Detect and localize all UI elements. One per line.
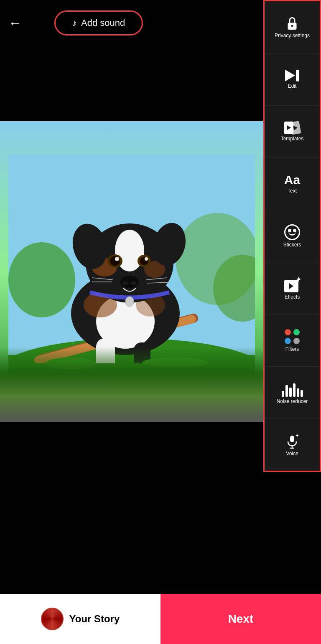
effects-icon: ✦ xyxy=(284,276,300,292)
right-sidebar: Privacy settings Edit Templates Aa Text xyxy=(263,0,321,472)
templates-label: Templates xyxy=(281,136,304,142)
effects-label: Effects xyxy=(285,294,300,300)
video-fade xyxy=(0,372,263,422)
text-icon: Aa xyxy=(284,174,300,186)
avatar xyxy=(41,608,64,630)
music-note-icon: ♪ xyxy=(72,18,77,28)
sidebar-item-templates[interactable]: Templates xyxy=(265,106,320,158)
svg-point-3 xyxy=(8,242,75,317)
sidebar-item-filters[interactable]: Filters xyxy=(265,314,320,367)
svg-point-28 xyxy=(145,257,148,261)
filters-icon xyxy=(284,329,300,345)
privacy-settings-label: Privacy settings xyxy=(275,33,310,38)
sidebar-item-text[interactable]: Aa Text xyxy=(265,158,320,210)
sidebar-item-effects[interactable]: ✦ Effects xyxy=(265,262,320,314)
edit-label: Edit xyxy=(288,83,297,89)
sidebar-item-voice[interactable]: ✦ Voice xyxy=(265,419,320,471)
svg-point-41 xyxy=(291,25,293,27)
video-area xyxy=(0,0,263,472)
stickers-label: Stickers xyxy=(283,242,301,248)
sidebar-item-privacy-settings[interactable]: Privacy settings xyxy=(265,1,320,53)
svg-point-36 xyxy=(125,297,134,307)
stickers-icon xyxy=(284,224,300,240)
svg-rect-44 xyxy=(290,436,294,442)
svg-point-31 xyxy=(131,281,137,285)
voice-icon: ✦ xyxy=(284,433,300,449)
templates-icon xyxy=(284,122,300,134)
svg-point-25 xyxy=(115,257,119,261)
avatar-image xyxy=(42,609,63,629)
svg-point-30 xyxy=(122,281,128,285)
filters-label: Filters xyxy=(285,346,299,352)
voice-label: Voice xyxy=(286,451,298,456)
edit-icon xyxy=(285,70,299,81)
bottom-buttons: Your Story Next xyxy=(0,594,321,644)
add-sound-button[interactable]: ♪ Add sound xyxy=(54,10,143,35)
your-story-label: Your Story xyxy=(69,613,120,625)
sidebar-item-stickers[interactable]: Stickers xyxy=(265,210,320,262)
sidebar-item-edit[interactable]: Edit xyxy=(265,53,320,106)
bottom-black-area xyxy=(0,472,321,601)
add-sound-label: Add sound xyxy=(81,18,125,28)
svg-text:✦: ✦ xyxy=(295,433,299,439)
video-content xyxy=(0,121,263,422)
text-label: Text xyxy=(288,188,297,194)
next-label: Next xyxy=(228,612,254,626)
next-button[interactable]: Next xyxy=(160,594,321,644)
sidebar-item-noise-reducer[interactable]: Noise reducer xyxy=(265,367,320,419)
your-story-button[interactable]: Your Story xyxy=(0,594,160,644)
back-button[interactable]: ← xyxy=(8,15,29,31)
noise-reducer-icon xyxy=(282,381,303,397)
noise-reducer-label: Noise reducer xyxy=(277,398,308,404)
lock-icon xyxy=(285,16,300,31)
